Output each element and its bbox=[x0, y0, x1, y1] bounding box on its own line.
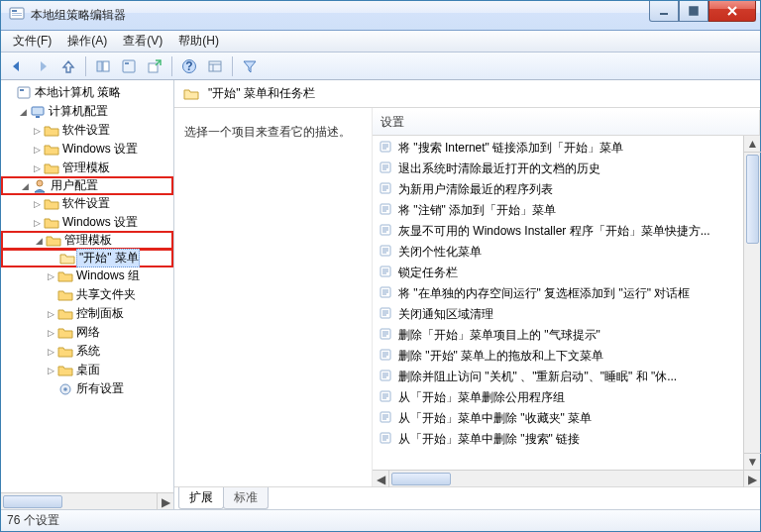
filter-button[interactable] bbox=[238, 54, 262, 78]
menu-action[interactable]: 操作(A) bbox=[59, 31, 115, 52]
tree-item-start-menu[interactable]: ▷"开始" 菜单 bbox=[1, 249, 173, 267]
svg-rect-7 bbox=[103, 61, 109, 71]
tree-twisty[interactable]: ▷ bbox=[45, 309, 56, 319]
setting-label: 将 "在单独的内存空间运行" 复选框添加到 "运行" 对话框 bbox=[398, 285, 690, 302]
tree-item-u-admin[interactable]: ◢管理模板 bbox=[1, 231, 173, 250]
tab-standard[interactable]: 标准 bbox=[223, 487, 269, 509]
setting-item[interactable]: 将 "在单独的内存空间运行" 复选框添加到 "运行" 对话框 bbox=[373, 283, 743, 304]
tree-twisty[interactable]: ▷ bbox=[31, 218, 43, 228]
svg-rect-4 bbox=[660, 13, 668, 15]
tree-twisty[interactable]: ◢ bbox=[17, 107, 29, 117]
toolbar: ? bbox=[1, 53, 760, 80]
tree-twisty[interactable]: ◢ bbox=[33, 236, 45, 246]
tree-item-user-config[interactable]: ◢ 用户配置 bbox=[1, 176, 173, 195]
details-pane: "开始" 菜单和任务栏 选择一个项目来查看它的描述。 设置 将 "搜索 Inte… bbox=[174, 80, 760, 509]
tree-twisty[interactable]: ◢ bbox=[19, 181, 31, 191]
titlebar: 本地组策略编辑器 bbox=[1, 1, 760, 31]
tree-item-control-panel[interactable]: ▷控制面板 bbox=[1, 304, 173, 323]
tree-label: 共享文件夹 bbox=[74, 286, 136, 303]
menu-view[interactable]: 查看(V) bbox=[115, 31, 170, 52]
setting-item[interactable]: 关闭个性化菜单 bbox=[373, 242, 743, 263]
tree-item-c-admin[interactable]: ▷管理模板 bbox=[1, 159, 173, 177]
scroll-up-icon[interactable]: ▲ bbox=[744, 136, 761, 153]
tree-item-u-software[interactable]: ▷软件设置 bbox=[1, 194, 173, 213]
scroll-down-icon[interactable]: ▼ bbox=[744, 453, 761, 470]
details-title: "开始" 菜单和任务栏 bbox=[208, 85, 315, 102]
scrollbar-thumb[interactable] bbox=[3, 495, 62, 508]
menu-help[interactable]: 帮助(H) bbox=[170, 31, 227, 52]
properties-button[interactable] bbox=[117, 54, 141, 78]
up-button[interactable] bbox=[56, 54, 80, 78]
column-header-setting[interactable]: 设置 bbox=[373, 110, 760, 135]
tree-item-computer-config[interactable]: ◢ 计算机配置 bbox=[1, 102, 173, 121]
setting-item[interactable]: 将 "注销" 添加到「开始」菜单 bbox=[373, 200, 743, 221]
scroll-right-icon[interactable]: ▶ bbox=[157, 493, 173, 510]
menu-file[interactable]: 文件(F) bbox=[5, 31, 59, 52]
svg-rect-17 bbox=[20, 89, 24, 91]
list-vscrollbar[interactable]: ▲ ▼ bbox=[743, 136, 760, 470]
policy-icon bbox=[379, 265, 392, 281]
scrollbar-thumb[interactable] bbox=[391, 473, 451, 485]
tree-twisty[interactable]: ▷ bbox=[31, 126, 43, 136]
setting-item[interactable]: 删除并阻止访问 "关机" 、"重新启动"、"睡眠" 和 "休... bbox=[373, 367, 743, 387]
setting-item[interactable]: 从「开始」菜单中删除 "收藏夹" 菜单 bbox=[373, 408, 743, 429]
forward-button[interactable] bbox=[31, 54, 54, 78]
setting-item[interactable]: 关闭通知区域清理 bbox=[373, 304, 743, 325]
setting-item[interactable]: 退出系统时清除最近打开的文档的历史 bbox=[373, 159, 743, 179]
tree-item-system[interactable]: ▷系统 bbox=[1, 342, 173, 361]
tree-twisty[interactable]: ▷ bbox=[31, 199, 43, 209]
tree-label: Windows 设置 bbox=[60, 214, 138, 231]
policy-icon bbox=[379, 160, 392, 177]
list-hscrollbar[interactable]: ◀ ▶ bbox=[373, 470, 760, 486]
tree-twisty[interactable]: ▷ bbox=[45, 366, 56, 375]
tree: ▶ 本地计算机 策略 ◢ 计算机配置 ▷软件设置 ▷Windows 设置 ▷管理… bbox=[1, 83, 173, 398]
window-buttons bbox=[649, 1, 756, 22]
tree-label: Windows 组 bbox=[74, 267, 140, 284]
tab-extended[interactable]: 扩展 bbox=[178, 487, 224, 509]
setting-item[interactable]: 删除 "开始" 菜单上的拖放和上下文菜单 bbox=[373, 346, 743, 367]
tree-item-network[interactable]: ▷网络 bbox=[1, 323, 173, 342]
scroll-left-icon[interactable]: ◀ bbox=[373, 471, 389, 487]
show-hide-tree-button[interactable] bbox=[91, 54, 115, 78]
close-button[interactable] bbox=[708, 1, 756, 22]
settings-list[interactable]: 将 "搜索 Internet" 链接添加到「开始」菜单退出系统时清除最近打开的文… bbox=[373, 136, 743, 470]
tree-item-all-settings[interactable]: ▷所有设置 bbox=[1, 379, 173, 398]
folder-open-icon bbox=[58, 252, 76, 266]
setting-item[interactable]: 灰显不可用的 Windows Installer 程序「开始」菜单快捷方... bbox=[373, 221, 743, 242]
minimize-button[interactable] bbox=[649, 1, 679, 22]
tree-hscrollbar[interactable]: ▶ bbox=[1, 492, 173, 509]
tree-item-shared-folders[interactable]: ▷共享文件夹 bbox=[1, 285, 173, 304]
tree-item-c-software[interactable]: ▷软件设置 bbox=[1, 121, 173, 140]
tree-twisty[interactable]: ▷ bbox=[31, 145, 43, 155]
scrollbar-thumb[interactable] bbox=[746, 155, 759, 244]
tree-twisty[interactable]: ▷ bbox=[45, 347, 56, 357]
folder-open-icon bbox=[182, 87, 200, 101]
setting-label: 删除「开始」菜单项目上的 "气球提示" bbox=[398, 327, 600, 344]
tree-item-windows-components[interactable]: ▷Windows 组 bbox=[1, 266, 173, 285]
setting-item[interactable]: 为新用户清除最近的程序列表 bbox=[373, 179, 743, 200]
setting-item[interactable]: 删除「开始」菜单项目上的 "气球提示" bbox=[373, 325, 743, 346]
help-button[interactable]: ? bbox=[177, 54, 201, 78]
setting-item[interactable]: 锁定任务栏 bbox=[373, 263, 743, 283]
tree-item-desktop[interactable]: ▷桌面 bbox=[1, 361, 173, 379]
tree-label: "开始" 菜单 bbox=[76, 249, 140, 267]
back-button[interactable] bbox=[5, 54, 29, 78]
setting-label: 为新用户清除最近的程序列表 bbox=[398, 181, 553, 198]
setting-item[interactable]: 从「开始」菜单删除公用程序组 bbox=[373, 387, 743, 408]
setting-item[interactable]: 从「开始」菜单中删除 "搜索" 链接 bbox=[373, 429, 743, 450]
tree-item-u-windows[interactable]: ▷Windows 设置 bbox=[1, 213, 173, 232]
tree-scroll[interactable]: ▶ 本地计算机 策略 ◢ 计算机配置 ▷软件设置 ▷Windows 设置 ▷管理… bbox=[1, 80, 173, 492]
export-button[interactable] bbox=[143, 54, 166, 78]
setting-item[interactable]: 将 "搜索 Internet" 链接添加到「开始」菜单 bbox=[373, 138, 743, 159]
tree-twisty[interactable]: ▷ bbox=[45, 271, 56, 281]
tree-item-c-windows[interactable]: ▷Windows 设置 bbox=[1, 140, 173, 159]
toolbar-separator bbox=[85, 56, 86, 76]
maximize-button[interactable] bbox=[679, 1, 708, 22]
svg-rect-16 bbox=[18, 87, 30, 98]
tree-twisty[interactable]: ▷ bbox=[31, 163, 43, 173]
policy-icon bbox=[379, 431, 392, 448]
scroll-right-icon[interactable]: ▶ bbox=[743, 471, 760, 487]
tree-item-root[interactable]: ▶ 本地计算机 策略 bbox=[1, 83, 173, 102]
tree-twisty[interactable]: ▷ bbox=[45, 328, 56, 338]
options-button[interactable] bbox=[203, 54, 227, 78]
